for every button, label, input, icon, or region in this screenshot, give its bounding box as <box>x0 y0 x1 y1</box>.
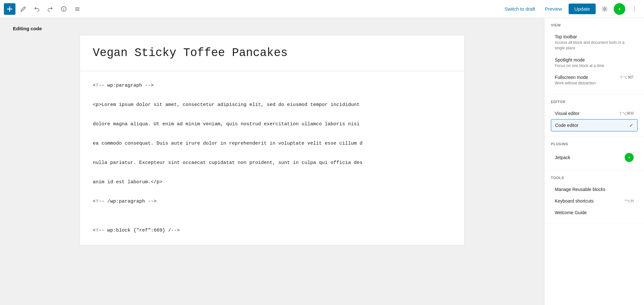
pencil-icon <box>20 6 26 12</box>
visual-editor-shortcut: ⇧⌥⌘M <box>619 111 634 116</box>
info-icon <box>61 6 67 12</box>
fullscreen-title: Fullscreen mode <box>555 75 588 80</box>
code-line-5: nulla pariatur. Excepteur sint occaecat … <box>93 158 451 168</box>
keyboard-shortcuts-title: Keyboard shortcuts <box>555 198 594 204</box>
list-view-button[interactable] <box>72 3 83 15</box>
spotlight-desc: Focus on one block at a time <box>555 63 604 69</box>
editing-code-label: Editing code <box>0 18 55 35</box>
gear-icon <box>601 6 608 12</box>
keyboard-shortcuts-row: Keyboard shortcuts ^⌥H <box>555 198 634 204</box>
svg-point-11 <box>634 8 635 9</box>
code-line-6: anim id est laborum.</p> <box>93 177 451 187</box>
tools-section-label: TOOLS <box>551 176 638 180</box>
redo-icon <box>47 6 53 12</box>
redo-button[interactable] <box>44 3 56 15</box>
top-toolbar-menu-item[interactable]: Top toolbar Access all block and documen… <box>551 31 638 54</box>
plus-icon <box>7 6 13 12</box>
spotlight-title: Spotlight mode <box>555 57 585 62</box>
code-editor-menu-item[interactable]: Code editor ✓ <box>551 119 638 131</box>
svg-marker-13 <box>629 156 630 159</box>
info-button[interactable] <box>58 3 70 15</box>
settings-button[interactable] <box>599 3 610 15</box>
manage-reusable-blocks-row: Manage Reusable blocks <box>555 187 634 192</box>
svg-point-10 <box>634 6 635 7</box>
jetpack-label: Jetpack <box>555 155 570 160</box>
jetpack-bolt-icon <box>617 7 622 11</box>
edit-button[interactable] <box>17 3 29 15</box>
post-title[interactable]: Vegan Sticky Toffee Pancakes <box>93 45 451 61</box>
tools-section: TOOLS Manage Reusable blocks Keyboard sh… <box>544 171 644 224</box>
top-toolbar-desc: Access all block and document tools in a… <box>555 40 634 51</box>
preview-button[interactable]: Preview <box>542 4 565 14</box>
toolbar-right: Switch to draft Preview Update <box>501 3 640 15</box>
welcome-guide-row: Welcome Guide <box>555 210 634 215</box>
jetpack-bolt-small-icon <box>627 156 631 159</box>
jetpack-toolbar-button[interactable] <box>614 3 625 15</box>
keyboard-shortcuts-menu-item[interactable]: Keyboard shortcuts ^⌥H <box>551 195 638 207</box>
add-block-button[interactable] <box>4 3 15 15</box>
list-view-icon <box>74 6 80 12</box>
toolbar-left <box>4 3 499 15</box>
fullscreen-shortcut: ⇧⌥⌘F <box>620 75 634 80</box>
editor-section: EDITOR Visual editor ⇧⌥⌘M Code editor ✓ <box>544 95 644 137</box>
editor-section-label: EDITOR <box>551 100 638 104</box>
visual-editor-row: Visual editor ⇧⌥⌘M <box>555 111 634 116</box>
svg-point-12 <box>634 10 635 11</box>
svg-point-8 <box>604 8 606 10</box>
code-line-8: <!-- wp:block {"ref":669} /--> <box>93 226 451 235</box>
code-line-1: <!-- wp:paragraph --> <box>93 81 451 91</box>
visual-editor-title: Visual editor <box>555 111 580 116</box>
code-editor-checkmark: ✓ <box>630 123 633 128</box>
switch-to-draft-button[interactable]: Switch to draft <box>501 4 538 14</box>
view-section: VIEW Top toolbar Access all block and do… <box>544 18 644 95</box>
spotlight-mode-menu-item[interactable]: Spotlight mode Focus on one block at a t… <box>551 54 638 72</box>
top-toolbar: Switch to draft Preview Update <box>0 0 644 18</box>
manage-reusable-blocks-menu-item[interactable]: Manage Reusable blocks <box>551 184 638 195</box>
top-toolbar-title: Top toolbar <box>555 34 577 39</box>
welcome-guide-menu-item[interactable]: Welcome Guide <box>551 207 638 218</box>
title-block[interactable]: Vegan Sticky Toffee Pancakes <box>80 35 465 71</box>
undo-icon <box>34 6 40 12</box>
fullscreen-mode-menu-item[interactable]: Fullscreen mode ⇧⌥⌘F Work without distra… <box>551 71 638 89</box>
svg-marker-9 <box>619 7 620 11</box>
code-line-7: <!-- /wp:paragraph --> <box>93 197 451 206</box>
keyboard-shortcuts-shortcut: ^⌥H <box>625 199 634 203</box>
fullscreen-row: Fullscreen mode ⇧⌥⌘F <box>555 75 634 80</box>
code-line-3: dolore magna aliqua. Ut enim ad minim ve… <box>93 119 451 129</box>
top-toolbar-row: Top toolbar <box>555 34 634 39</box>
code-line-4: ea commodo consequat. Duis aute irure do… <box>93 139 451 148</box>
undo-button[interactable] <box>31 3 43 15</box>
code-editor-title: Code editor <box>555 123 578 128</box>
ellipsis-vertical-icon <box>631 6 637 12</box>
welcome-guide-title: Welcome Guide <box>555 210 587 215</box>
jetpack-menu-item[interactable]: Jetpack <box>551 150 638 165</box>
svg-point-4 <box>63 7 64 8</box>
spotlight-row: Spotlight mode <box>555 57 634 62</box>
code-block[interactable]: <!-- wp:paragraph --> <p>Lorem ipsum dol… <box>80 71 465 245</box>
update-button[interactable]: Update <box>569 4 596 14</box>
right-panel: VIEW Top toolbar Access all block and do… <box>544 18 644 305</box>
plugins-section: PLUGINS Jetpack <box>544 137 644 171</box>
view-section-label: VIEW <box>551 23 638 27</box>
visual-editor-menu-item[interactable]: Visual editor ⇧⌥⌘M <box>551 108 638 119</box>
jetpack-plugin-icon <box>625 153 634 162</box>
more-options-button[interactable] <box>629 3 640 15</box>
fullscreen-desc: Work without distraction <box>555 81 596 86</box>
main-area: Editing code Vegan Sticky Toffee Pancake… <box>0 18 644 305</box>
editor-area: Editing code Vegan Sticky Toffee Pancake… <box>0 18 544 305</box>
plugins-section-label: PLUGINS <box>551 142 638 146</box>
code-line-2: <p>Lorem ipsum dolor sit amet, consectet… <box>93 100 451 110</box>
manage-reusable-blocks-title: Manage Reusable blocks <box>555 187 605 192</box>
code-editor-row: Code editor ✓ <box>555 123 633 128</box>
